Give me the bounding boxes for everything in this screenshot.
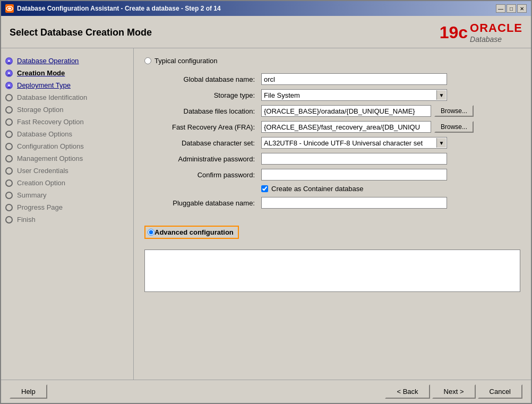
sidebar-dot-summary [5,192,13,199]
sidebar-dot-database-operation: ● [5,57,13,65]
typical-radio-option[interactable]: Typical configuration [144,57,520,65]
next-button[interactable]: Next > [432,384,476,399]
confirm-password-row: Confirm password: [155,169,520,180]
fra-row: Fast Recovery Area (FRA): Browse... [155,121,520,133]
app-icon [5,4,14,13]
advanced-label[interactable]: Advanced configuration [155,228,234,236]
fra-input[interactable] [261,121,431,133]
sidebar-item-database-identification: Database Identification [1,91,133,104]
sidebar-item-storage-option: Storage Option [1,104,133,116]
charset-select-wrapper: AL32UTF8 - Unicode UTF-8 Universal chara… [261,137,447,149]
header-area: Select Database Creation Mode 19c ORACLE… [1,16,531,48]
advanced-section: Advanced configuration [144,226,520,239]
charset-label: Database character set: [155,139,261,147]
sidebar-label-management: Management Options [17,154,83,162]
sidebar-item-deployment-type[interactable]: ● Deployment Type [1,79,133,91]
create-container-label[interactable]: Create as Container database [271,185,363,193]
sidebar-item-progress-page: Progress Page [1,201,133,213]
pluggable-db-row: Pluggable database name: [155,197,520,209]
advanced-radio[interactable] [148,229,155,236]
typical-radio[interactable] [144,57,151,64]
global-db-name-row: Global database name: [155,73,520,85]
sidebar-label-progress: Progress Page [17,203,63,211]
title-bar-left: Database Configuration Assistant - Creat… [5,4,221,13]
storage-type-label: Storage type: [155,91,261,99]
cancel-button[interactable]: Cancel [478,384,522,399]
sidebar-items: ● Database Operation ● Creation Mode ● D… [1,55,133,226]
sidebar-label-configuration: Configuration Options [17,142,84,150]
sidebar: ● Database Operation ● Creation Mode ● D… [1,48,134,380]
db-files-location-row: Database files location: Browse... [155,105,520,117]
sidebar-label-fast-recovery: Fast Recovery Option [17,118,84,126]
db-files-browse-button[interactable]: Browse... [434,105,474,117]
sidebar-dot-user-credentials [5,167,13,175]
sidebar-label-finish: Finish [17,216,36,224]
storage-type-select-wrapper: File System ASM ▼ [261,89,447,101]
storage-type-row: Storage type: File System ASM ▼ [155,89,520,101]
sidebar-dot-progress [5,204,13,211]
oracle-version: 19c [440,23,468,42]
sidebar-dot-configuration [5,143,13,150]
sidebar-dot-fast-recovery [5,118,13,126]
window-title: Database Configuration Assistant - Creat… [17,5,221,12]
fra-browse-button[interactable]: Browse... [434,121,474,133]
window-controls: — □ ✕ [496,4,527,13]
admin-password-label: Administrative password: [155,155,261,163]
bottom-bar: Help < Back Next > Cancel [1,380,531,403]
pluggable-db-label: Pluggable database name: [155,199,261,207]
sidebar-item-creation-option: Creation Option [1,177,133,189]
sidebar-label-creation-mode: Creation Mode [17,69,65,77]
info-box [144,250,520,292]
sidebar-item-database-operation[interactable]: ● Database Operation [1,55,133,67]
sidebar-label-database-identification: Database Identification [17,93,87,101]
sidebar-dot-deployment-type: ● [5,82,13,89]
oracle-brand-block: ORACLE Database [470,21,522,44]
oracle-product: Database [470,35,502,44]
sidebar-label-database-options: Database Options [17,130,72,138]
sidebar-dot-finish [5,216,13,224]
typical-label[interactable]: Typical configuration [155,57,218,65]
sidebar-item-summary: Summary [1,189,133,201]
global-db-name-label: Global database name: [155,75,261,83]
back-button[interactable]: < Back [385,384,430,399]
db-files-location-label: Database files location: [155,107,261,115]
db-files-location-input[interactable] [261,105,431,117]
sidebar-dot-database-options [5,131,13,138]
sidebar-item-fast-recovery-option: Fast Recovery Option [1,116,133,128]
main-content: ● Database Operation ● Creation Mode ● D… [1,48,531,380]
storage-type-select[interactable]: File System ASM [261,89,447,101]
admin-password-row: Administrative password: [155,153,520,165]
oracle-brand: ORACLE [470,21,522,35]
sidebar-label-storage-option: Storage Option [17,106,63,114]
sidebar-label-deployment-type: Deployment Type [17,81,71,89]
confirm-password-label: Confirm password: [155,171,261,179]
fra-label: Fast Recovery Area (FRA): [155,123,261,131]
content-area: Typical configuration Global database na… [134,48,531,380]
title-bar: Database Configuration Assistant - Creat… [1,1,531,16]
global-db-name-input[interactable] [261,73,447,85]
page-title: Select Database Creation Mode [10,27,152,38]
charset-select[interactable]: AL32UTF8 - Unicode UTF-8 Universal chara… [261,137,447,149]
minimize-button[interactable]: — [496,4,505,13]
sidebar-label-creation-option: Creation Option [17,179,65,187]
sidebar-item-user-credentials: User Credentials [1,165,133,177]
typical-form-section: Global database name: Storage type: File… [155,69,520,217]
sidebar-item-creation-mode[interactable]: ● Creation Mode [1,67,133,79]
sidebar-label-summary: Summary [17,191,47,199]
sidebar-item-database-options: Database Options [1,128,133,140]
sidebar-dot-creation-mode: ● [5,70,13,77]
advanced-radio-wrapper[interactable]: Advanced configuration [144,226,239,239]
sidebar-dot-management [5,155,13,162]
oracle-logo: 19c ORACLE Database [440,21,522,44]
maximize-button[interactable]: □ [507,4,516,13]
close-button[interactable]: ✕ [517,4,527,13]
charset-row: Database character set: AL32UTF8 - Unico… [155,137,520,149]
pluggable-db-input[interactable] [261,197,447,209]
help-button[interactable]: Help [10,384,47,399]
admin-password-input[interactable] [261,153,447,165]
svg-point-1 [8,7,11,10]
confirm-password-input[interactable] [261,169,447,180]
main-window: Database Configuration Assistant - Creat… [0,0,532,404]
sidebar-item-configuration-options: Configuration Options [1,140,133,152]
create-container-checkbox[interactable] [261,185,268,192]
